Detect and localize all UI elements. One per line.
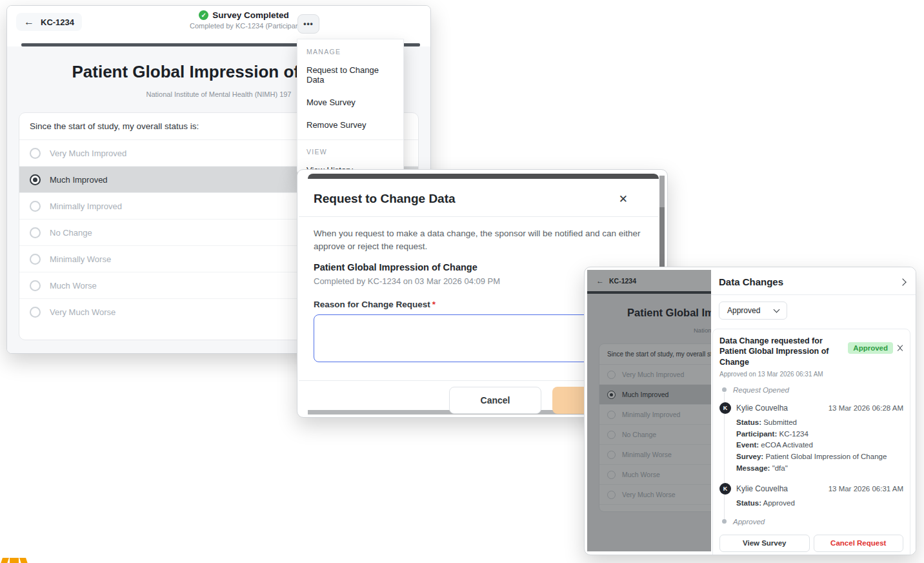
entry-timestamp: 13 Mar 2026 06:28 AM	[829, 404, 903, 412]
cancel-request-button[interactable]: Cancel Request	[814, 535, 904, 552]
status-subtitle: Completed by KC-1234 (Participant)	[190, 22, 298, 30]
menu-item-request-to-change-data[interactable]: Request to Change Data	[297, 59, 403, 91]
brand-logo	[1, 558, 27, 563]
option-label: Much Worse	[50, 281, 97, 291]
option-label: Minimally Improved	[50, 201, 122, 211]
radio-icon	[30, 201, 41, 212]
required-marker: *	[432, 300, 436, 309]
data-change-card-title: Data Change requested for Patient Global…	[719, 336, 847, 367]
more-options-menu: MANAGE Request to Change Data Move Surve…	[297, 39, 404, 176]
menu-item-remove-survey[interactable]: Remove Survey	[297, 114, 403, 136]
entry-author: Kylie Couvelha	[736, 404, 788, 413]
entry-timestamp: 13 Mar 2026 06:31 AM	[829, 485, 903, 493]
radio-icon	[30, 227, 41, 238]
entry-detail: Event: eCOA Activated	[736, 440, 903, 451]
entry-detail: Status: Submitted	[736, 417, 903, 429]
timeline: Request Opened K Kylie Couvelha 13 Mar 2…	[719, 386, 903, 526]
dimmed-progress-bar	[308, 174, 659, 179]
view-survey-button[interactable]: View Survey	[719, 535, 810, 552]
data-change-card: Data Change requested for Patient Global…	[712, 329, 910, 555]
status-badge: Approved	[848, 342, 893, 354]
more-options-button[interactable]: •••	[297, 14, 319, 34]
entry-detail: Status: Approved	[736, 498, 903, 509]
survey-status: ✓ Survey Completed Completed by KC-1234 …	[190, 10, 298, 30]
timeline-milestone-approved: Approved	[719, 518, 903, 526]
radio-icon	[30, 307, 41, 318]
check-circle-icon: ✓	[199, 10, 208, 20]
radio-icon	[30, 254, 41, 265]
menu-section-manage: MANAGE	[297, 43, 403, 59]
data-changes-panel: Data Changes Approved Data Change reques…	[711, 267, 916, 555]
radio-icon	[30, 280, 41, 291]
avatar: K	[719, 402, 731, 414]
modal-title: Request to Change Data	[314, 192, 456, 205]
milestone-dot-icon	[722, 519, 727, 524]
back-arrow-icon: ←	[24, 17, 34, 27]
dimmed-survey-preview: ← KC-1234 Patient Global Impression of C…	[587, 270, 711, 551]
menu-section-view: VIEW	[297, 143, 403, 159]
screen: ← KC-1234 ✓ Survey Completed Completed b…	[0, 0, 924, 563]
data-changes-title: Data Changes	[719, 276, 783, 287]
chevron-down-icon	[774, 307, 780, 313]
menu-item-move-survey[interactable]: Move Survey	[297, 91, 403, 114]
timeline-milestone-opened: Request Opened	[719, 386, 903, 394]
collapse-icon[interactable]	[898, 343, 902, 353]
entry-detail: Survey: Patient Global Impression of Cha…	[736, 451, 903, 463]
approved-timestamp-line: Approved on 13 Mar 2026 06:31 AM	[719, 371, 903, 378]
option-label: Very Much Worse	[50, 307, 115, 317]
back-button[interactable]: ← KC-1234	[16, 13, 82, 31]
timeline-entry: K Kylie Couvelha 13 Mar 2026 06:28 AM St…	[719, 402, 903, 475]
chevron-right-icon[interactable]	[899, 278, 906, 285]
data-changes-window: ← KC-1234 Patient Global Impression of C…	[584, 267, 916, 555]
participant-id: KC-1234	[41, 17, 74, 27]
entry-detail: Participant: KC-1234	[736, 429, 903, 440]
status-title: Survey Completed	[212, 10, 289, 20]
avatar: K	[719, 483, 731, 495]
option-label: No Change	[50, 228, 92, 238]
modal-description: When you request to make a data change, …	[314, 227, 649, 252]
radio-selected-icon	[30, 174, 41, 185]
close-icon[interactable]: ✕	[619, 192, 628, 206]
reason-label: Reason for Change Request	[314, 300, 430, 309]
radio-icon	[30, 148, 41, 159]
milestone-dot-icon	[722, 387, 727, 392]
menu-divider	[297, 139, 403, 140]
status-filter-dropdown[interactable]: Approved	[719, 302, 787, 320]
modal-divider	[299, 216, 658, 217]
survey-header: ← KC-1234 ✓ Survey Completed Completed b…	[7, 6, 430, 39]
option-label: Very Much Improved	[50, 148, 126, 158]
entry-detail: Message: "dfa"	[736, 463, 903, 475]
modal-backdrop-overlay	[587, 270, 711, 551]
entry-author: Kylie Couvelha	[736, 484, 788, 493]
status-filter-value: Approved	[727, 306, 760, 315]
milestone-label: Approved	[733, 518, 765, 526]
timeline-entry: K Kylie Couvelha 13 Mar 2026 06:31 AM St…	[719, 483, 903, 509]
option-label: Much Improved	[50, 175, 108, 185]
milestone-label: Request Opened	[733, 386, 789, 394]
cancel-button[interactable]: Cancel	[449, 387, 541, 414]
option-label: Minimally Worse	[50, 254, 111, 264]
